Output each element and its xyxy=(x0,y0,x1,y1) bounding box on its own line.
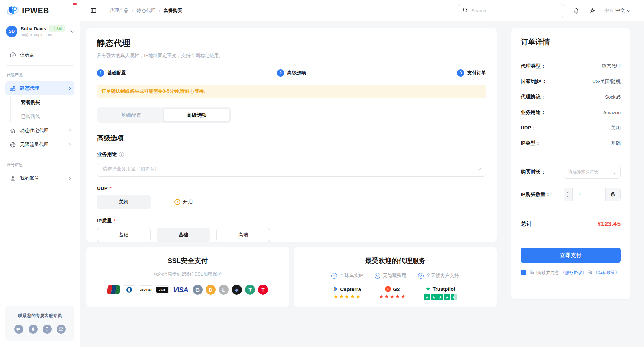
verified-badge: 已认证 xyxy=(49,25,65,32)
total-value: ¥123.45 xyxy=(597,220,621,228)
app-root: IPWEB SD Sofia Davis 已认证 m@example.com xyxy=(0,0,644,347)
stepper-down-icon[interactable] xyxy=(567,194,569,197)
sidebar-subitem-purchased-routes[interactable]: 已购路线 xyxy=(10,110,74,124)
language-selector[interactable]: 中A 中文 xyxy=(604,7,630,14)
coin-icon: ¥ xyxy=(174,199,180,205)
feature-global-ip: 全球真实IP xyxy=(331,273,363,279)
chevron-down-icon xyxy=(612,169,617,174)
divider xyxy=(521,156,621,156)
tab-advanced-options[interactable]: 高级选项 xyxy=(164,108,230,122)
udp-on-button[interactable]: ¥ 开启 xyxy=(157,195,210,209)
pay-now-button[interactable]: 立即支付 xyxy=(521,248,621,263)
payment-methods: DISCVER JCB VISA ₿ Đ Ł ◆ ₮ T xyxy=(86,285,289,295)
content-area: 静态代理 具有强大的真人属性，IP地址固定不变，支持长期稳定使用。 1 基础配置… xyxy=(80,21,644,347)
sidebar-item-dashboard[interactable]: 仪表盘 xyxy=(5,48,74,62)
privacy-link[interactable]: 《隐私政策》 xyxy=(593,270,620,275)
chevron-right-icon xyxy=(68,143,71,146)
home-icon xyxy=(9,127,16,134)
business-purpose-select[interactable]: 请选择业务用途（如果有） xyxy=(97,162,486,177)
tab-basic-config[interactable]: 基础配置 xyxy=(98,108,164,122)
tether-icon: ₮ xyxy=(245,285,255,295)
unionpay-icon xyxy=(107,285,120,294)
agreement-row: 我已阅读并同意 《服务协议》 和 《隐私政策》 xyxy=(521,270,621,276)
gauge-icon xyxy=(9,52,16,58)
step-indicator: 1 基础配置 2 高级选项 3 支付订单 xyxy=(97,69,486,77)
theme-toggle-sun-icon[interactable] xyxy=(588,7,596,15)
main-area: 代理产品 › 静态代理 › 套餐购买 xyxy=(80,0,644,347)
step-connector xyxy=(312,73,452,73)
trustpilot-stars: ★ ★ ★ ★ ★ xyxy=(424,294,457,300)
quantity-unit: 条 xyxy=(605,188,620,201)
ip-quality-basic-1-button[interactable]: 基础 xyxy=(97,228,151,242)
top-header: 代理产品 › 静态代理 › 套餐购买 xyxy=(80,0,644,21)
step-label: 高级选项 xyxy=(287,70,306,76)
search-icon xyxy=(463,7,468,14)
sidebar-item-label: 仪表盘 xyxy=(20,52,70,58)
udp-options: 关闭 ¥ 开启 xyxy=(97,195,486,209)
step-label: 支付订单 xyxy=(467,70,486,76)
sidebar-toggle-icon[interactable] xyxy=(90,7,97,14)
translate-icon: 中A xyxy=(604,7,613,14)
g2-rating: G G2 ★★★★★ xyxy=(370,286,415,300)
feature-list: 全球真实IP 无隐藏费用 全天候客户支持 xyxy=(294,273,497,279)
duration-select[interactable]: 请选择购买时长 xyxy=(564,165,621,179)
g2-stars: ★★★★★ xyxy=(379,293,407,300)
terms-link[interactable]: 《服务协议》 xyxy=(560,270,587,275)
diners-club-icon xyxy=(123,285,136,294)
ip-quality-basic-2-button[interactable]: 基础 xyxy=(157,228,210,242)
agreement-checkbox[interactable] xyxy=(521,270,526,275)
sidebar-item-dynamic-proxy[interactable]: 动态住宅代理 xyxy=(5,124,74,138)
breadcrumb-item[interactable]: 静态代理 xyxy=(137,8,155,14)
duration-row: 购买时长： 请选择购买时长 xyxy=(521,165,621,179)
sidebar-subitem-package-purchase[interactable]: 套餐购买 xyxy=(10,95,74,110)
ssl-card-subtitle: 您的信息受到256位SSL加密保护 xyxy=(86,271,289,277)
capterra-stars: ★★★★★ xyxy=(334,293,361,300)
stepper-arrows[interactable] xyxy=(564,188,573,201)
feature-no-hidden-fees: 无隐藏费用 xyxy=(375,273,407,279)
sidebar-item-unlimited-proxy[interactable]: 无限流量代理 xyxy=(5,138,74,152)
chevron-right-icon xyxy=(68,87,71,90)
check-circle-icon xyxy=(418,273,424,279)
contact-title: 联系您的专属客服专员 xyxy=(9,313,71,319)
breadcrumb-separator: › xyxy=(159,8,160,13)
user-menu[interactable]: SD Sofia Davis 已认证 m@example.com xyxy=(5,20,74,43)
phone-icon[interactable] xyxy=(43,325,52,334)
order-row-proxy-type: 代理类型： 静态代理 xyxy=(521,63,621,69)
discover-icon: DISCVER xyxy=(139,285,153,294)
order-details-panel: 订单详情 代理类型： 静态代理 国家/地区： US-美国/随机 代理协议： So… xyxy=(511,28,630,299)
order-details-title: 订单详情 xyxy=(521,37,621,47)
capterra-icon xyxy=(334,286,338,292)
chevron-down-icon xyxy=(70,29,74,32)
sidebar-item-my-account[interactable]: 我的账号 xyxy=(5,171,74,185)
notifications-bell-icon[interactable] xyxy=(572,7,580,15)
ip-quality-premium-button[interactable]: 高端 xyxy=(216,228,270,242)
sidebar-item-label: 无限流量代理 xyxy=(20,142,64,148)
step-label: 基础配置 xyxy=(107,70,126,76)
qq-icon[interactable] xyxy=(29,325,38,334)
litecoin-icon: Ł xyxy=(219,285,229,295)
breadcrumb: 代理产品 › 静态代理 › 套餐购买 xyxy=(110,8,182,14)
trustpilot-icon: ★ xyxy=(425,285,430,292)
quantity-value[interactable]: 1 xyxy=(573,188,605,201)
search-box[interactable] xyxy=(458,4,564,17)
step-connector xyxy=(131,73,272,73)
contact-support-card: 联系您的专属客服专员 xyxy=(5,306,74,341)
brand-logo[interactable]: IPWEB xyxy=(5,0,74,20)
reviews-card: 最受欢迎的代理服务 全球真实IP 无隐藏费用 xyxy=(294,247,497,307)
section-title: 高级选项 xyxy=(97,134,486,143)
info-icon[interactable]: i xyxy=(119,152,124,157)
quantity-row: IP购买数量： 1 条 xyxy=(521,188,621,201)
breadcrumb-item[interactable]: 代理产品 xyxy=(110,8,128,14)
search-input[interactable] xyxy=(471,8,559,13)
sidebar-item-static-proxy[interactable]: 静态代理 xyxy=(5,81,74,95)
total-row: 总计 ¥123.45 xyxy=(521,220,621,228)
sidebar-divider xyxy=(6,155,74,155)
g2-icon: G xyxy=(385,286,391,292)
order-row-protocol: 代理协议： Socks5 xyxy=(521,94,621,100)
wechat-icon[interactable] xyxy=(14,325,23,334)
config-tabs: 基础配置 高级选项 xyxy=(97,107,231,123)
udp-off-button[interactable]: 关闭 xyxy=(97,195,151,209)
mail-icon[interactable] xyxy=(57,325,66,334)
visa-icon: VISA xyxy=(172,286,190,294)
stepper-up-icon[interactable] xyxy=(567,191,569,194)
